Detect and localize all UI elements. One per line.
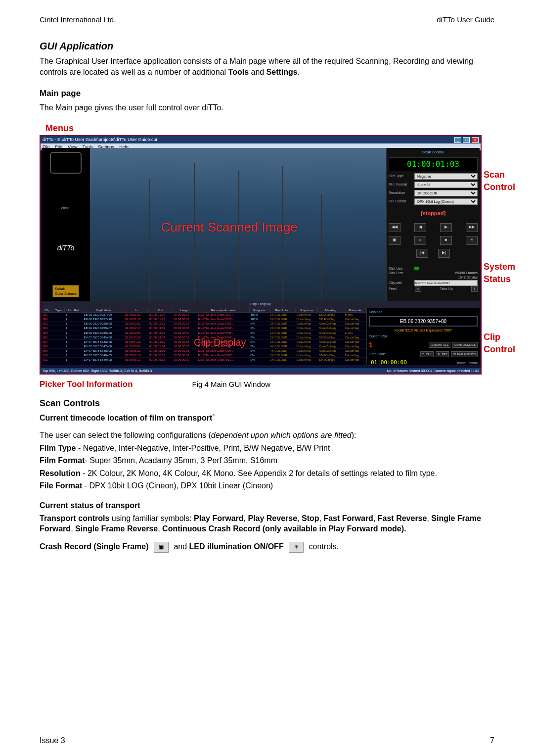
clear-events-button[interactable]: CLEAR EVENTS bbox=[451, 351, 478, 357]
led-toggle-button[interactable]: ✳ bbox=[466, 236, 478, 245]
keykode-value: EB 06 3320 9357+00 bbox=[369, 316, 478, 327]
footer-issue: Issue 3 bbox=[40, 735, 65, 746]
col-header[interactable]: Masking bbox=[318, 308, 344, 313]
tc-set-button[interactable]: Tc SET bbox=[436, 351, 449, 357]
col-header[interactable]: Out bbox=[148, 308, 173, 313]
label-feed: Feed bbox=[389, 286, 397, 291]
table-row[interactable]: 0011EB 06 3320 9357+0001:00:01:0301:00:0… bbox=[42, 313, 366, 317]
label-film-type: Film Type bbox=[389, 174, 412, 178]
table-row[interactable]: 0021EB 06 3320 9357+1001:00:01:1301:00:0… bbox=[42, 317, 366, 322]
annotation-scan-control: Scan Control bbox=[484, 169, 515, 193]
titlebar: diTTo - E:\diTTo User Guide\projects\diT… bbox=[41, 136, 481, 143]
heading-main-page: Main page bbox=[40, 88, 494, 99]
col-header[interactable]: Exposure bbox=[296, 308, 318, 313]
config-paragraph: The user can select the following config… bbox=[40, 430, 494, 441]
col-header[interactable]: Pre-scale bbox=[344, 308, 366, 313]
maximize-icon[interactable]: □ bbox=[463, 137, 470, 143]
file-format-line: File Format - DPX 10bit LOG (Cineon), DP… bbox=[40, 480, 494, 491]
timecode-display: 01:00:01:03 bbox=[389, 157, 478, 171]
fast-reverse-button[interactable]: ◀◀ bbox=[389, 223, 400, 232]
label-file-format: File Format bbox=[389, 199, 412, 203]
col-header[interactable]: Record path name bbox=[197, 308, 249, 313]
col-header[interactable]: Resolution bbox=[269, 308, 295, 313]
select-film-format[interactable]: Super35 bbox=[414, 182, 478, 188]
status-right: No. of frames flashed 000007 Camera sign… bbox=[387, 369, 479, 373]
col-header[interactable]: Progress bbox=[249, 308, 269, 313]
subheading-transport-status: Current status of transport bbox=[40, 500, 494, 511]
transport-controls-paragraph: Transport controls using familiar symbol… bbox=[40, 513, 494, 534]
tc-clk-button[interactable]: Tc CLK bbox=[420, 351, 434, 357]
cintel-logo bbox=[50, 152, 82, 174]
table-row[interactable]: 0041EB 06 3320 9359+0701:00:02:1701:00:0… bbox=[42, 326, 366, 331]
play-forward-button[interactable]: ▶ bbox=[440, 223, 452, 232]
left-column: cintel diTTo KodakColor Science bbox=[42, 148, 90, 301]
kodak-badge: KodakColor Science bbox=[52, 285, 79, 297]
select-resolution[interactable]: 2K COLOUR bbox=[414, 190, 478, 196]
label-picker-tool: Picker Tool Information bbox=[40, 379, 133, 390]
header-right: diTTo User Guide bbox=[437, 15, 494, 25]
intro-paragraph: The Graphical User Interface application… bbox=[40, 56, 494, 77]
label-tcode-format: Tcode Format bbox=[456, 361, 478, 365]
frame-reverse-button[interactable]: |◀ bbox=[416, 249, 428, 258]
heading-gui-application: GUI Application bbox=[40, 40, 494, 53]
fast-forward-button[interactable]: ▶▶ bbox=[466, 223, 478, 232]
table-row[interactable]: 0031EB 06 3320 9358+0801:00:02:0201:00:0… bbox=[42, 322, 366, 326]
system-status-panel: Disk Use Disk Free89498 Frames 1648 Gbyt… bbox=[389, 264, 478, 292]
ditto-logo: diTTo bbox=[57, 243, 75, 253]
conform-all-button[interactable]: CONFORM ALL bbox=[452, 342, 478, 348]
window-title: diTTo - E:\diTTo User Guide\projects\diT… bbox=[43, 137, 158, 143]
clip-control-panel: Keykode EB 06 3320 9357+00 Kodak 5212 Vi… bbox=[366, 308, 480, 365]
label-menus: Menus bbox=[45, 122, 494, 134]
footer-page: 7 bbox=[490, 735, 494, 746]
keykode-header: Keykode bbox=[369, 310, 478, 314]
clip-path-field[interactable]: E:\diTTo User Guide\'001'\ bbox=[414, 280, 478, 286]
table-row[interactable]: 0111EV 07 6575 5649+0801:00:06:1301:00:0… bbox=[42, 358, 366, 362]
minimize-icon[interactable]: _ bbox=[454, 137, 461, 143]
label-disk-use: Disk Use bbox=[389, 266, 412, 271]
col-header[interactable]: Length bbox=[173, 308, 197, 313]
scan-control-panel: Scan control 01:00:01:03 Film TypeNegati… bbox=[386, 148, 480, 301]
film-type-line: Film Type - Negative, Inter-Negative, In… bbox=[40, 443, 494, 454]
overlay-clip-display: Clip Display bbox=[194, 336, 246, 349]
label-timecode: Time Code bbox=[369, 352, 386, 356]
disk-use-bar bbox=[414, 267, 419, 270]
label-current-roll: Current Roll bbox=[369, 334, 387, 338]
col-header[interactable]: Clip bbox=[42, 308, 52, 313]
select-film-type[interactable]: Negative bbox=[414, 173, 478, 180]
table-row[interactable]: 0101EV 07 6575 5649+0501:00:06:1001:00:0… bbox=[42, 353, 366, 358]
col-header[interactable]: In bbox=[124, 308, 148, 313]
crash-record-button[interactable]: ▣ bbox=[389, 236, 400, 245]
label-disk-free: Disk Free bbox=[389, 271, 412, 275]
stop-button[interactable]: ■ bbox=[440, 236, 452, 245]
takeup-stepper[interactable]: ⇕ bbox=[471, 286, 478, 292]
roll-number: 1 bbox=[369, 340, 379, 350]
heading-scan-controls: Scan Controls bbox=[40, 397, 494, 409]
label-takeup: Take-Up bbox=[440, 286, 453, 291]
col-header[interactable]: Tape bbox=[52, 308, 65, 313]
play-reverse-button[interactable]: ◀ bbox=[414, 223, 426, 232]
subheading-timecode-location: Current timecode location of film on tra… bbox=[40, 413, 494, 424]
label-resolution: Resolution bbox=[389, 190, 412, 195]
annotation-clip-control: Clip Control bbox=[484, 331, 515, 355]
commit-all-button[interactable]: COMMIT ALL bbox=[429, 342, 450, 348]
picker-info: Top 596, Left 408, Bottom 602, Right 183… bbox=[43, 369, 152, 373]
resolution-line: Resolution - 2K Colour, 2K Mono, 4K Colo… bbox=[40, 468, 494, 479]
overlay-current-scanned: Current Scanned Image bbox=[161, 219, 298, 236]
table-row[interactable]: 0051EB 06 3320 9360+0801:00:03:0901:00:0… bbox=[42, 331, 366, 335]
clip-display-header: Clip Display bbox=[42, 301, 480, 308]
crash-record-line: Crash Record (Single Frame) ▣ and LED il… bbox=[40, 541, 494, 553]
film-format-line: Film Format- Super 35mm, Acadamy 35mm, 3… bbox=[40, 455, 494, 466]
col-header[interactable]: Lab Roll bbox=[64, 308, 83, 313]
preview-image: Current Scanned Image bbox=[90, 148, 386, 301]
select-file-format[interactable]: DPX 10bit Log (Cineon) bbox=[414, 198, 478, 205]
close-icon[interactable]: × bbox=[472, 137, 479, 143]
led-button[interactable]: ☼ bbox=[414, 236, 426, 245]
label-film-format: Film Format bbox=[389, 182, 412, 187]
col-header[interactable]: Keykode In bbox=[83, 308, 124, 313]
led-icon: ✳ bbox=[289, 542, 304, 553]
figure-main-gui: Scan Control System Status Clip Control … bbox=[40, 135, 494, 375]
figure-caption: Fig 4 Main GUI Window bbox=[192, 379, 270, 389]
frame-forward-button[interactable]: ▶| bbox=[438, 249, 450, 258]
header-left: Cintel International Ltd. bbox=[40, 15, 116, 25]
feed-stepper[interactable]: ⇕ bbox=[415, 286, 421, 292]
